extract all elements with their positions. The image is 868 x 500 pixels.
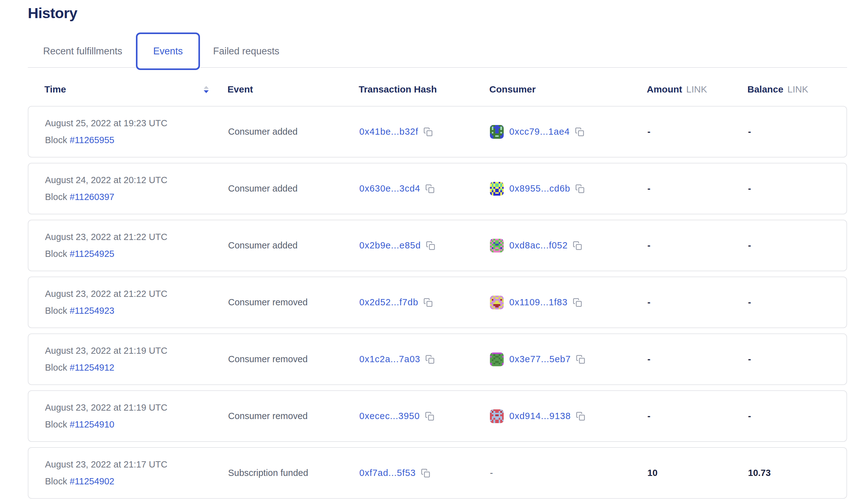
balance-unit-label: LINK <box>787 84 808 95</box>
consumer-address-link[interactable]: 0xcc79...1ae4 <box>509 127 570 137</box>
transaction-hash-link[interactable]: 0x41be...b32f <box>359 127 418 137</box>
table-row: August 23, 2022 at 21:17 UTC Block #1125… <box>28 447 847 499</box>
amount-value: - <box>648 297 748 307</box>
event-timestamp: August 25, 2022 at 19:23 UTC <box>45 118 168 128</box>
table-row: August 25, 2022 at 19:23 UTC Block #1126… <box>28 106 847 158</box>
copy-icon[interactable] <box>423 127 433 137</box>
event-type: Consumer removed <box>228 411 308 421</box>
sort-arrow-down-icon <box>204 90 209 93</box>
balance-value: - <box>748 411 846 421</box>
table-row: August 23, 2022 at 21:19 UTC Block #1125… <box>28 333 847 385</box>
copy-icon[interactable] <box>575 127 584 137</box>
column-header-event: Event <box>227 84 359 95</box>
amount-value: - <box>648 411 748 421</box>
sort-arrow-up-icon <box>204 86 209 89</box>
amount-value: - <box>648 354 748 364</box>
amount-value: - <box>648 240 748 251</box>
block-label: Block <box>45 306 67 316</box>
consumer-address-link[interactable]: 0xd8ac...f052 <box>509 240 568 251</box>
block-label: Block <box>45 419 67 429</box>
block-number-link[interactable]: #11265955 <box>70 135 114 145</box>
amount-value: - <box>648 127 748 137</box>
consumer-avatar-icon <box>490 409 504 423</box>
event-type: Consumer added <box>228 183 297 194</box>
history-page: History Recent fulfillments Events Faile… <box>0 4 868 499</box>
consumer-address-link[interactable]: 0x1109...1f83 <box>509 297 568 307</box>
sort-icon[interactable] <box>204 86 209 93</box>
column-header-consumer: Consumer <box>489 84 647 95</box>
event-type: Consumer removed <box>228 354 308 364</box>
amount-value: 10 <box>648 468 748 478</box>
consumer-address-link[interactable]: 0x8955...cd6b <box>509 183 570 194</box>
block-number-link[interactable]: #11254910 <box>70 419 114 429</box>
column-header-transaction-hash: Transaction Hash <box>359 84 489 95</box>
consumer-cell: - <box>490 468 648 478</box>
consumer-cell: 0x8955...cd6b <box>490 182 648 196</box>
tab-failed-requests[interactable]: Failed requests <box>213 46 279 57</box>
table-row: August 23, 2022 at 21:22 UTC Block #1125… <box>28 220 847 271</box>
consumer-avatar-icon <box>490 352 504 366</box>
copy-icon[interactable] <box>423 298 433 307</box>
consumer-address-link[interactable]: 0x3e77...5eb7 <box>509 354 571 364</box>
transaction-hash-link[interactable]: 0xf7ad...5f53 <box>359 468 416 478</box>
copy-icon[interactable] <box>576 411 585 421</box>
tab-bar: Recent fulfillments Events Failed reques… <box>28 32 868 70</box>
copy-icon[interactable] <box>426 241 435 250</box>
transaction-hash-link[interactable]: 0x2b9e...e85d <box>359 240 421 251</box>
consumer-avatar-icon <box>490 125 504 139</box>
block-number-link[interactable]: #11254923 <box>70 306 114 316</box>
event-timestamp: August 23, 2022 at 21:22 UTC <box>45 289 168 299</box>
block-number-link[interactable]: #11254912 <box>70 363 114 373</box>
event-timestamp: August 23, 2022 at 21:22 UTC <box>45 232 168 242</box>
table-row: August 23, 2022 at 21:22 UTC Block #1125… <box>28 276 847 328</box>
page-title: History <box>28 4 868 22</box>
copy-icon[interactable] <box>576 355 585 364</box>
event-type: Consumer removed <box>228 297 308 307</box>
copy-icon[interactable] <box>425 411 434 421</box>
balance-value: - <box>748 297 846 307</box>
consumer-cell: 0xd8ac...f052 <box>490 239 648 252</box>
balance-value: 10.73 <box>748 468 846 478</box>
event-timestamp: August 24, 2022 at 20:12 UTC <box>45 175 168 185</box>
block-label: Block <box>45 249 67 259</box>
copy-icon[interactable] <box>573 298 582 307</box>
transaction-hash-link[interactable]: 0x2d52...f7db <box>359 297 418 307</box>
consumer-cell: 0x1109...1f83 <box>490 296 648 309</box>
copy-icon[interactable] <box>573 241 582 250</box>
event-type: Consumer added <box>228 127 297 137</box>
transaction-hash-link[interactable]: 0x630e...3cd4 <box>359 183 420 194</box>
event-timestamp: August 23, 2022 at 21:19 UTC <box>45 402 168 413</box>
event-type: Subscription funded <box>228 468 308 478</box>
event-type: Consumer added <box>228 240 297 251</box>
block-number-link[interactable]: #11254925 <box>70 249 114 259</box>
block-label: Block <box>45 192 67 202</box>
copy-icon[interactable] <box>575 184 585 193</box>
balance-value: - <box>748 127 846 137</box>
column-header-balance: Balance LINK <box>747 84 847 95</box>
block-label: Block <box>45 476 67 486</box>
event-timestamp: August 23, 2022 at 21:19 UTC <box>45 345 168 356</box>
tab-recent-fulfillments[interactable]: Recent fulfillments <box>43 46 122 57</box>
transaction-hash-link[interactable]: 0xecec...3950 <box>359 411 420 421</box>
column-header-time: Time <box>44 84 66 95</box>
event-timestamp: August 23, 2022 at 21:17 UTC <box>45 459 168 470</box>
table-row: August 23, 2022 at 21:19 UTC Block #1125… <box>28 390 847 442</box>
table-header: Time Event Transaction Hash Consumer Amo… <box>28 84 847 95</box>
consumer-avatar-icon <box>490 182 504 196</box>
consumer-address-link[interactable]: 0xd914...9138 <box>509 411 571 421</box>
copy-icon[interactable] <box>421 468 430 478</box>
block-number-link[interactable]: #11254902 <box>70 476 114 486</box>
consumer-cell: 0x3e77...5eb7 <box>490 352 648 366</box>
copy-icon[interactable] <box>425 184 435 193</box>
block-number-link[interactable]: #11260397 <box>70 192 114 202</box>
consumer-cell: 0xd914...9138 <box>490 409 648 423</box>
balance-value: - <box>748 183 846 194</box>
consumer-avatar-icon <box>490 296 504 309</box>
table-row: August 24, 2022 at 20:12 UTC Block #1126… <box>28 163 847 214</box>
copy-icon[interactable] <box>425 355 435 364</box>
amount-value: - <box>648 183 748 194</box>
transaction-hash-link[interactable]: 0x1c2a...7a03 <box>359 354 420 364</box>
consumer-avatar-icon <box>490 239 504 252</box>
balance-value: - <box>748 354 846 364</box>
tab-events[interactable]: Events <box>136 33 200 70</box>
